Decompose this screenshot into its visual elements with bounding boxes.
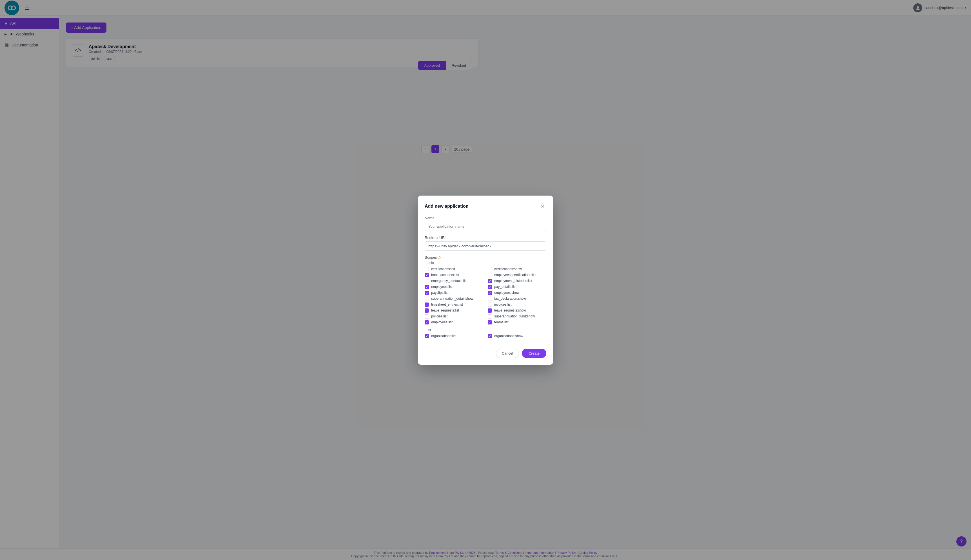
warning-icon: ⚠ <box>438 255 441 260</box>
scope-item-admin-certifications_list: certifications:list <box>424 267 483 271</box>
scope-checkbox-bank_accounts_list[interactable]: ✓ <box>424 273 429 277</box>
scope-checkbox-emergency_contacts_list[interactable] <box>424 279 429 280</box>
modal-title: Add new application <box>424 204 469 209</box>
modal-overlay[interactable]: Add new application ✕ Name Redirect URI … <box>0 0 486 280</box>
scope-label-certifications_list: certifications:list <box>431 267 455 271</box>
name-label: Name <box>424 216 486 220</box>
scopes-label: Scopes ⚠ <box>424 255 486 260</box>
scope-item-admin-emergency_contacts_list: emergency_contacts:list <box>424 279 483 280</box>
admin-section-title: admin <box>424 261 486 265</box>
scope-item-admin-bank_accounts_list: ✓bank_accounts:list <box>424 273 483 277</box>
add-application-modal: Add new application ✕ Name Redirect URI … <box>418 196 486 280</box>
scope-label-emergency_contacts_list: emergency_contacts:list <box>431 279 468 280</box>
scope-label-bank_accounts_list: bank_accounts:list <box>431 273 459 277</box>
modal-header: Add new application ✕ <box>424 202 486 210</box>
redirect-uri-label: Redirect URI <box>424 235 486 240</box>
admin-scopes-grid: certifications:listcertifications:show✓b… <box>424 267 486 280</box>
scope-checkbox-certifications_list[interactable] <box>424 267 429 271</box>
redirect-uri-input[interactable] <box>424 242 486 251</box>
name-input[interactable] <box>424 222 486 231</box>
